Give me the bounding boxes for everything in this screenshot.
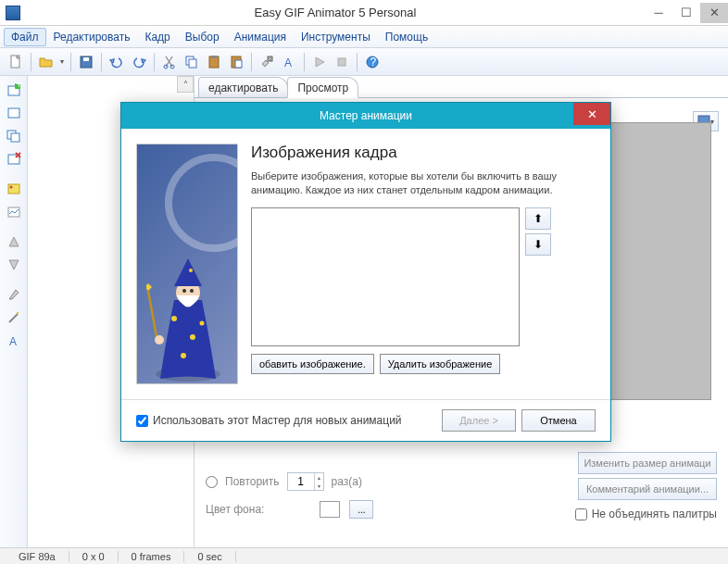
properties-icon[interactable] (257, 52, 277, 72)
menu-help[interactable]: Помощь (378, 28, 435, 46)
spin-up[interactable]: ▴ (314, 473, 323, 482)
add-frame-icon[interactable]: + (4, 80, 24, 100)
menu-edit[interactable]: Редактировать (46, 28, 138, 46)
add-image-button[interactable]: обавить изображение. (251, 354, 374, 374)
bgcolor-label: Цвет фона: (206, 503, 264, 516)
svg-point-29 (171, 316, 177, 321)
status-bar: GIF 89a 0 x 0 0 frames 0 sec (0, 547, 728, 564)
svg-text:+: + (16, 82, 21, 91)
side-toolbar: + A (0, 76, 28, 547)
svg-point-36 (190, 289, 194, 293)
menu-animation[interactable]: Анимация (227, 28, 294, 46)
new-file-icon[interactable] (6, 52, 26, 72)
svg-rect-11 (268, 56, 272, 61)
next-button[interactable]: Далее > (442, 409, 516, 432)
merge-palettes-checkbox[interactable] (575, 508, 587, 520)
maximize-button[interactable]: ☐ (672, 3, 700, 23)
help-icon[interactable]: ? (362, 52, 383, 72)
insert-frame-icon[interactable] (4, 103, 24, 123)
wizard-dialog: Мастер анимации ✕ Изображения кадра Выбе… (120, 102, 611, 442)
images-listbox[interactable] (251, 207, 520, 346)
tab-edit[interactable]: едактировать (198, 77, 288, 97)
svg-point-24 (9, 186, 12, 189)
repeat-radio[interactable] (206, 476, 218, 488)
dialog-description: Выберите изображения, которые вы хотели … (251, 169, 596, 198)
bgcolor-browse-button[interactable]: ... (349, 500, 373, 519)
use-wizard-checkbox[interactable] (136, 415, 148, 427)
svg-point-30 (190, 334, 195, 340)
status-frames: 0 frames (119, 551, 185, 562)
move-down-icon[interactable] (4, 255, 24, 275)
delete-image-button[interactable]: Удалить изображение (380, 354, 501, 374)
open-folder-icon[interactable] (36, 52, 56, 72)
wizard-image (136, 144, 238, 384)
tab-preview[interactable]: Просмотр (287, 77, 358, 98)
minimize-button[interactable]: ─ (645, 3, 672, 23)
content-tabs: едактировать Просмотр (195, 76, 728, 98)
frames-scroll-up[interactable]: ˄ (177, 76, 194, 93)
wand-icon[interactable] (4, 307, 24, 328)
text-tool-icon[interactable]: A (279, 52, 299, 72)
window-close-button[interactable]: ✕ (700, 3, 728, 23)
svg-point-31 (181, 353, 186, 358)
status-format: GIF 89a (6, 551, 69, 562)
save-icon[interactable] (76, 52, 96, 72)
main-toolbar: ▾ A ? (0, 48, 728, 76)
effects-icon[interactable] (4, 179, 24, 199)
open-dropdown[interactable]: ▾ (58, 57, 66, 66)
spin-down[interactable]: ▾ (314, 482, 323, 490)
repeat-spinner[interactable]: ▴▾ (287, 472, 324, 491)
svg-point-32 (200, 321, 205, 326)
dialog-close-button[interactable]: ✕ (573, 103, 610, 125)
svg-point-34 (189, 269, 193, 272)
status-time: 0 sec (184, 551, 235, 562)
dialog-title: Мастер анимации (320, 109, 412, 122)
delete-frame-icon[interactable] (4, 149, 24, 169)
svg-point-35 (182, 289, 186, 293)
svg-rect-6 (189, 59, 196, 68)
dialog-heading: Изображения кадра (251, 144, 596, 162)
svg-line-37 (148, 291, 157, 342)
svg-point-38 (155, 335, 164, 345)
dialog-titlebar[interactable]: Мастер анимации ✕ (121, 103, 610, 129)
menu-tools[interactable]: Инструменты (294, 28, 378, 46)
stop-icon[interactable] (332, 52, 352, 72)
svg-rect-8 (211, 56, 217, 58)
undo-icon[interactable] (107, 52, 127, 72)
cut-icon[interactable] (159, 52, 180, 72)
paste-icon[interactable] (204, 52, 224, 72)
play-icon[interactable] (309, 52, 330, 72)
paste-special-icon[interactable] (226, 52, 246, 72)
window-titlebar: Easy GIF Animator 5 Personal ─ ☐ ✕ (0, 0, 728, 26)
svg-rect-19 (8, 108, 19, 118)
menu-frame[interactable]: Кадр (137, 28, 177, 46)
image-props-icon[interactable] (4, 202, 24, 222)
duplicate-frame-icon[interactable] (4, 126, 24, 146)
times-label: раз(а) (332, 475, 362, 488)
window-title: Easy GIF Animator 5 Personal (26, 6, 645, 19)
menu-bar: Файл Редактировать Кадр Выбор Анимация И… (0, 26, 728, 48)
move-image-down-button[interactable]: ⬇ (525, 233, 551, 256)
bgcolor-swatch[interactable] (320, 501, 340, 518)
resize-animation-button[interactable]: Изменить размер анимаци (578, 452, 717, 474)
animation-comment-button[interactable]: Комментарий анимации... (578, 478, 717, 500)
tool-a-icon[interactable] (4, 284, 24, 305)
menu-file[interactable]: Файл (4, 28, 46, 46)
svg-rect-2 (83, 57, 89, 61)
app-icon (6, 6, 20, 20)
svg-text:A: A (9, 335, 17, 348)
svg-text:A: A (284, 56, 292, 69)
cancel-button[interactable]: Отмена (521, 409, 596, 432)
status-size: 0 x 0 (69, 551, 119, 562)
merge-palettes-label: Не объединять палитры (592, 508, 717, 520)
svg-rect-13 (338, 58, 345, 66)
repeat-value[interactable] (288, 473, 314, 490)
svg-rect-10 (235, 60, 242, 68)
move-up-icon[interactable] (4, 232, 24, 252)
text-icon[interactable]: A (4, 331, 24, 351)
redo-icon[interactable] (129, 52, 149, 72)
use-wizard-label: Использовать этот Мастер для новых анима… (153, 414, 402, 427)
copy-icon[interactable] (182, 52, 202, 72)
move-image-up-button[interactable]: ⬆ (525, 207, 551, 230)
menu-select[interactable]: Выбор (178, 28, 227, 46)
